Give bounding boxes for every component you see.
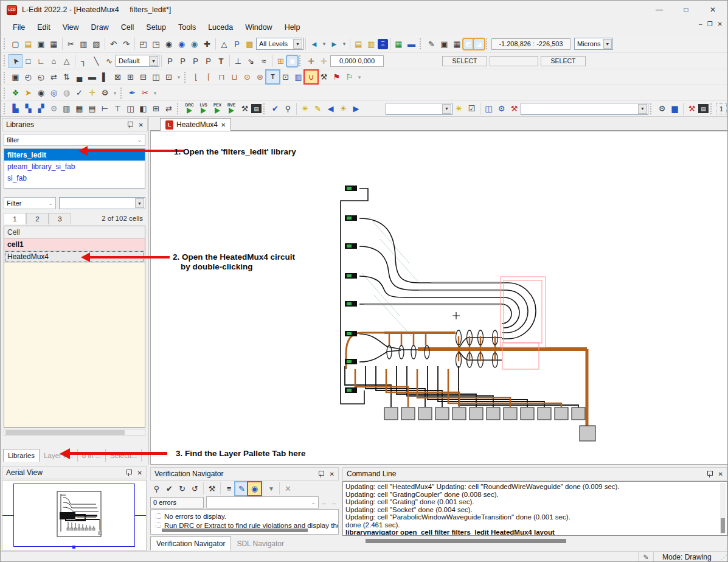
note-markup-1-icon[interactable]: ◩ — [463, 39, 474, 49]
print-icon[interactable]: ▦ — [47, 38, 60, 50]
zoom-fit-icon[interactable]: ◳ — [150, 38, 162, 50]
space-even-icon[interactable]: ▤ — [86, 102, 99, 115]
close-icon[interactable]: ✕ — [718, 471, 723, 477]
polygon-90-tool-icon[interactable]: ∟ — [35, 55, 47, 68]
marker-style-icon[interactable]: ◉ — [248, 482, 261, 495]
verify-log-icon[interactable]: ▤ — [251, 104, 262, 113]
library-item-si-fab[interactable]: si_fab — [4, 172, 145, 184]
overflow-chevron-icon[interactable]: ▾ — [111, 86, 119, 99]
stats-gear-icon[interactable]: ⚙ — [656, 102, 668, 115]
port-arrow-tool-icon[interactable]: P — [189, 55, 202, 68]
boolean-subtract-icon[interactable]: ⊠ — [111, 71, 124, 83]
toolbar-handle[interactable] — [263, 103, 266, 114]
space-vertical-icon[interactable]: ▦ — [73, 102, 86, 115]
scrollbar-thumb[interactable] — [721, 518, 725, 533]
box-port-tool-icon[interactable]: ⊡ — [279, 71, 292, 83]
more-menu-icon[interactable]: ▼ — [265, 482, 277, 495]
heatedmux4-layout-drawing[interactable] — [327, 181, 600, 445]
tab-sdl-navigator[interactable]: SDL Navigator — [231, 536, 289, 550]
port-point-tool-icon[interactable]: P — [176, 55, 189, 68]
hierarchy-navigator-icon[interactable]: △ — [218, 38, 231, 50]
offset-coordinates[interactable]: 0,000 0,000 — [330, 55, 384, 67]
push-top-icon[interactable]: ⊤ — [111, 102, 124, 115]
review-zoom-icon[interactable]: ⚲ — [282, 102, 294, 115]
pin-icon[interactable] — [126, 470, 131, 476]
align-edge-icon[interactable]: ▌ — [99, 71, 111, 83]
chevron-down-icon[interactable]: ▼ — [638, 104, 647, 114]
next-error-icon[interactable]: ▶ — [350, 102, 362, 115]
area-select-icon[interactable]: ⊡ — [162, 71, 175, 83]
dock-tab-selection[interactable]: Selecti... — [106, 449, 142, 462]
menu-setup[interactable]: Setup — [140, 21, 172, 34]
reference-manual-icon[interactable]: ▬ — [405, 38, 418, 50]
toolbar-handle[interactable] — [177, 103, 180, 114]
overflow-chevron-icon[interactable]: ▾ — [175, 71, 182, 83]
close-icon[interactable]: ✕ — [330, 471, 335, 477]
pan-icon[interactable]: ✚ — [201, 38, 213, 50]
boolean-and-icon[interactable]: ⊟ — [137, 71, 150, 83]
wire-any-tool-icon[interactable]: ∿ — [103, 55, 116, 68]
toolbar-handle[interactable] — [650, 103, 653, 114]
cell-column-header[interactable]: Cell — [4, 226, 145, 238]
overflow-chevron-icon[interactable]: ▾ — [151, 86, 159, 99]
pin-icon[interactable] — [707, 471, 712, 477]
node-highlight-icon[interactable]: ❖ — [9, 86, 22, 99]
copy-icon[interactable]: ▥ — [77, 38, 90, 50]
check-net-icon[interactable]: ✓ — [73, 86, 86, 99]
layout-canvas[interactable] — [150, 131, 728, 465]
tab-verification-navigator[interactable]: Verification Navigator — [150, 536, 231, 550]
cell-row-cell1[interactable]: cell1 — [4, 238, 145, 251]
mdi-minimize-button[interactable]: – — [699, 21, 702, 27]
cell-filter-mode-combo[interactable]: Filter⌄ — [4, 197, 56, 209]
active-layer-icon[interactable]: ▣ — [287, 56, 297, 66]
chevron-down-icon[interactable]: ⌄ — [311, 499, 316, 505]
console-hscrollbar[interactable] — [342, 537, 727, 545]
menu-draw[interactable]: Draw — [85, 21, 115, 34]
wire-90-tool-icon[interactable]: ┐ — [77, 55, 90, 68]
close-icon[interactable]: ✕ — [221, 122, 226, 128]
align-objects-icon[interactable]: ▙ — [9, 102, 22, 115]
run-settings-icon[interactable]: ⚒ — [206, 482, 218, 495]
scrollbar-thumb[interactable] — [162, 529, 308, 532]
minimize-button[interactable]: — — [646, 1, 673, 19]
new-file-icon[interactable]: ▢ — [9, 38, 22, 50]
layout-settings-icon[interactable]: ⚙ — [47, 102, 60, 115]
delete-marker-icon[interactable]: ✕ — [282, 482, 294, 495]
flag-clear-icon[interactable]: ⚐ — [343, 71, 356, 83]
toolbar-handle[interactable] — [4, 103, 7, 114]
cascade-windows-icon[interactable]: ◧ — [137, 102, 150, 115]
resize-grip[interactable]: ⋰ — [721, 553, 727, 561]
bridge-tool-icon[interactable]: ⊓ — [215, 71, 228, 83]
boolean-or-icon[interactable]: ⊞ — [124, 71, 137, 83]
prev-error-icon[interactable]: ◀ — [324, 102, 337, 115]
pin-icon[interactable] — [318, 471, 324, 477]
paste-icon[interactable]: ▧ — [90, 38, 103, 50]
port-box-tool-icon[interactable]: P — [164, 55, 176, 68]
menu-tools[interactable]: Tools — [172, 21, 202, 34]
split-window-icon[interactable]: ⊞ — [150, 102, 162, 115]
dock-tab-layer-palette[interactable]: Layer P... — [40, 449, 78, 462]
toolbar-handle[interactable] — [4, 72, 7, 83]
box-tool-icon[interactable]: □ — [22, 55, 35, 68]
donut-tool-icon[interactable]: ⊛ — [254, 71, 266, 83]
edit-mode-icon[interactable]: ✎ — [638, 552, 654, 562]
find-next-icon[interactable]: ◉ — [175, 38, 188, 50]
select-tool-icon[interactable]: ➤ — [9, 55, 22, 68]
toolbar-handle[interactable] — [4, 88, 7, 99]
ruler-90-tool-icon[interactable]: ⊥ — [232, 55, 244, 68]
review-check-icon[interactable]: ✔ — [269, 102, 282, 115]
page-indicator[interactable]: 1 — [716, 103, 727, 114]
pin-icon[interactable] — [127, 122, 133, 128]
chevron-down-icon[interactable]: ▼ — [293, 39, 302, 49]
open-file-icon[interactable]: ▤ — [22, 38, 35, 50]
toolbar-handle[interactable] — [710, 103, 713, 114]
chevron-down-icon[interactable]: ▼ — [442, 104, 451, 114]
locate-icon[interactable]: P — [231, 38, 243, 50]
verify-setup-icon[interactable]: ⚒ — [238, 102, 251, 115]
polygon-45-tool-icon[interactable]: ⌂ — [47, 55, 60, 68]
menu-window[interactable]: Window — [239, 21, 278, 34]
undo-check-icon[interactable]: ↺ — [189, 482, 201, 495]
find-previous-icon[interactable]: ◉ — [188, 38, 201, 50]
wire-45-tool-icon[interactable]: ╲ — [90, 55, 103, 68]
fillet-tool-icon[interactable]: ⌊ — [190, 71, 203, 83]
